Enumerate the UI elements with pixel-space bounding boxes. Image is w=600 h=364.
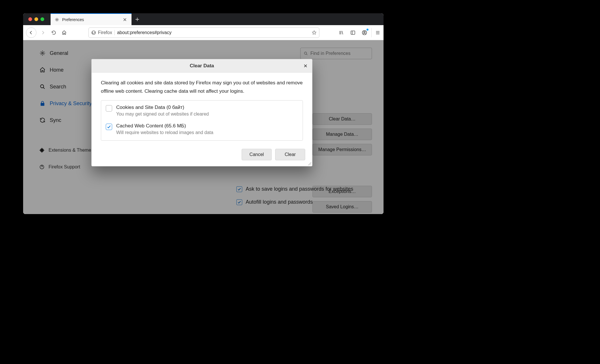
tab-strip: Preferences [23,13,384,25]
cached-web-content-option[interactable]: Cached Web Content (65.6 МБ) Will requir… [106,123,298,135]
toolbar-actions [337,28,381,37]
dialog-close-button[interactable] [302,62,309,70]
sidebar-button[interactable] [348,28,358,37]
forward-button[interactable] [38,27,48,38]
tab-preferences[interactable]: Preferences [51,13,132,25]
new-tab-button[interactable] [132,13,143,25]
url-bar[interactable]: Firefox about:preferences#privacy [88,27,319,38]
resize-grip-icon[interactable] [307,161,311,165]
clear-button[interactable]: Clear [275,149,305,160]
clear-data-dialog: Clear Data Clearing all cookies and site… [91,59,312,166]
dialog-title: Clear Data [190,63,214,69]
option-title: Cookies and Site Data (0 байт) [116,105,209,110]
cookies-site-data-option[interactable]: Cookies and Site Data (0 байт) You may g… [106,105,298,117]
window-maximize-button[interactable] [40,17,44,21]
navigation-toolbar: Firefox about:preferences#privacy [23,25,384,40]
option-title: Cached Web Content (65.6 МБ) [116,123,213,129]
dialog-options: Cookies and Site Data (0 байт) You may g… [101,100,303,141]
library-button[interactable] [337,28,346,37]
identity-label: Firefox [98,30,112,35]
bookmark-star-icon[interactable] [312,30,317,35]
svg-point-0 [56,19,58,20]
home-button[interactable] [60,28,69,37]
preferences-content: General Home Search Privacy & Security S… [23,40,384,214]
cancel-button[interactable]: Cancel [242,149,272,160]
window-minimize-button[interactable] [34,17,38,21]
reload-button[interactable] [49,28,58,37]
identity-box[interactable]: Firefox [91,30,115,35]
option-subtitle: Will require websites to reload images a… [116,130,213,135]
dialog-header: Clear Data [92,59,312,73]
url-text: about:preferences#privacy [117,30,172,35]
svg-point-4 [364,31,365,33]
tab-title: Preferences [62,17,119,22]
gear-icon [55,17,59,22]
firefox-icon [91,30,96,35]
account-button[interactable] [360,28,369,37]
window-controls [23,13,51,25]
menu-button[interactable] [371,28,381,37]
svg-rect-2 [351,31,355,34]
dialog-footer: Cancel Clear [92,143,312,166]
dialog-description: Clearing all cookies and site data store… [101,79,303,96]
notification-dot-icon [366,29,368,31]
browser-window: Preferences Firefox [23,13,384,214]
back-button[interactable] [26,27,36,38]
checkbox-icon [106,124,112,130]
checkbox-icon [106,105,112,112]
window-close-button[interactable] [28,17,32,21]
option-subtitle: You may get signed out of websites if cl… [116,112,209,117]
tab-close-button[interactable] [122,16,128,23]
dialog-body: Clearing all cookies and site data store… [92,73,312,143]
